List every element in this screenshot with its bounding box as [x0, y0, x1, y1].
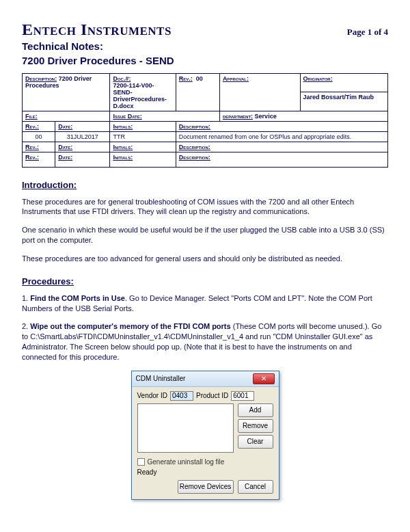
label-description: Description:: [25, 75, 57, 82]
rev2-desc-lbl: Description:: [179, 154, 210, 161]
page-number: Page 1 of 4: [347, 27, 388, 38]
rev0-date: 31JUL2017: [55, 131, 110, 142]
label-rev: Rev.:: [179, 75, 193, 82]
value-doc: 7200-114-V00-SEND-DriverProcedures-D.doc…: [113, 82, 167, 109]
add-button[interactable]: Add: [238, 403, 273, 417]
dialog-title: CDM Uninstaller: [136, 375, 186, 382]
step1-num: 1.: [22, 294, 30, 302]
value-originator: Jared Bossart/Tim Raub: [303, 94, 374, 101]
rev0-desc: Document renamed from one for OSPlus and…: [176, 131, 387, 142]
device-listbox[interactable]: [137, 403, 234, 453]
close-button[interactable]: ✕: [253, 373, 275, 384]
intro-p1: These procedures are for general trouble…: [22, 197, 388, 217]
generate-log-label: Generate uninstall log file: [148, 458, 225, 466]
metadata-table: Description: 7200 Driver Procedures Doc.…: [22, 73, 388, 168]
step2: 2. Wipe out the computer's memory of the…: [22, 321, 388, 362]
step2-bold: Wipe out the computer's memory of the FT…: [30, 322, 230, 330]
label-desc-col: Description:: [179, 123, 210, 130]
remove-devices-button[interactable]: Remove Devices: [178, 480, 234, 494]
cdm-uninstaller-dialog: CDM Uninstaller ✕ Vendor ID 0403 Product…: [131, 371, 279, 500]
label-originator: Originator:: [303, 75, 333, 82]
section-procedures: Procedures:: [22, 276, 388, 287]
rev2-initials-lbl: Initials:: [113, 154, 133, 161]
rev1-rev-lbl: Rev.:: [25, 144, 39, 150]
label-initials-col: Initials:: [113, 123, 133, 130]
vendor-id-label: Vendor ID: [137, 392, 167, 399]
rev0-rev: 00: [23, 131, 55, 142]
doc-title-line2: 7200 Driver Procedures - SEND: [22, 55, 388, 68]
label-department: department:: [223, 113, 253, 120]
label-approval: Approval:: [223, 75, 249, 82]
intro-p2: One scenario in which these would be use…: [22, 225, 388, 245]
label-issue-date: Issue Date:: [113, 113, 141, 120]
cancel-button[interactable]: Cancel: [238, 480, 273, 494]
vendor-id-input[interactable]: 0403: [170, 391, 193, 401]
intro-p3: These procedures are too advanced for ge…: [22, 254, 388, 264]
rev2-date-lbl: Date:: [58, 154, 72, 161]
product-id-label: Product ID: [196, 392, 228, 399]
rev0-initials: TTR: [110, 131, 176, 142]
section-introduction: Introduction:: [22, 180, 388, 190]
status-text: Ready: [137, 468, 273, 476]
value-department: Service: [255, 113, 277, 120]
value-rev: 00: [196, 75, 203, 82]
company-name: Entech Instruments: [22, 21, 172, 39]
remove-button[interactable]: Remove: [238, 419, 273, 433]
close-icon: ✕: [261, 375, 266, 382]
doc-title-line1: Technical Notes:: [22, 40, 388, 53]
label-doc: Doc.#:: [113, 75, 131, 82]
step1: 1. Find the COM Ports in Use. Go to Devi…: [22, 293, 388, 314]
label-date-col: Date:: [58, 123, 72, 130]
step2-num: 2.: [22, 322, 30, 330]
label-file: File:: [25, 113, 38, 120]
step1-bold: Find the COM Ports in Use: [30, 294, 125, 302]
rev1-initials-lbl: Initials:: [113, 144, 133, 150]
clear-button[interactable]: Clear: [238, 435, 273, 449]
label-rev-col: Rev.:: [25, 123, 39, 130]
rev1-desc-lbl: Description:: [179, 144, 210, 150]
rev1-date-lbl: Date:: [58, 144, 72, 150]
product-id-input[interactable]: 6001: [231, 391, 254, 401]
generate-log-checkbox[interactable]: [137, 458, 145, 466]
rev2-rev-lbl: Rev.:: [25, 154, 39, 161]
